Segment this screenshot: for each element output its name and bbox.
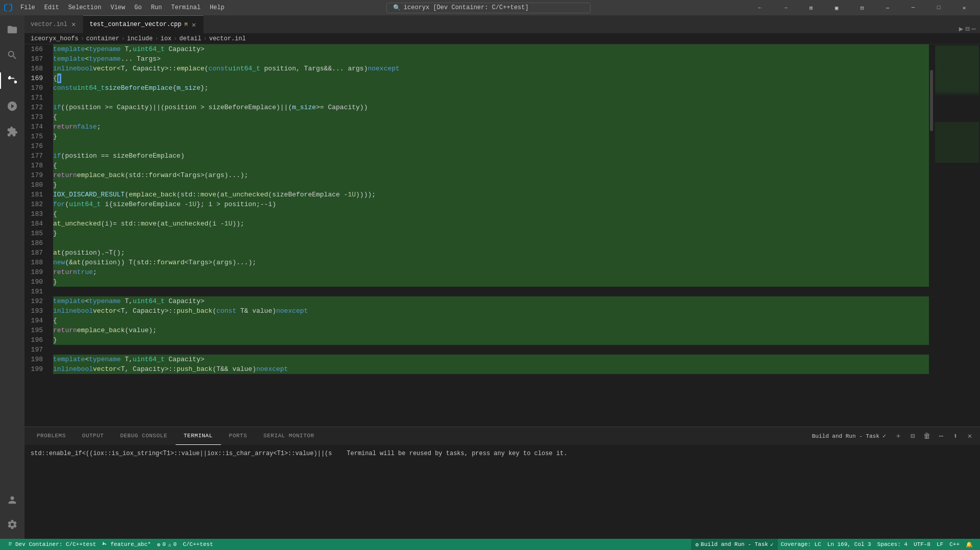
breadcrumb-sep4: › — [174, 35, 177, 42]
activity-search[interactable] — [0, 43, 24, 67]
new-terminal-btn[interactable]: + — [892, 430, 904, 442]
code-line-192: template <typename T, uint64_t Capacity> — [53, 296, 929, 306]
tab-label-test: test_container_vector.cpp — [89, 21, 181, 28]
breadcrumb-container[interactable]: container — [86, 35, 119, 42]
panel-tab-debug-console[interactable]: DEBUG CONSOLE — [112, 427, 175, 445]
tab-label-vector: vector.inl — [31, 21, 67, 28]
status-build-task[interactable]: ⚙ Build and Run - Task ✓ — [691, 539, 777, 550]
split-editor-icon[interactable]: ▣ — [825, 0, 848, 15]
code-line-191 — [53, 287, 929, 296]
ln-173: 173 — [24, 112, 47, 122]
code-line-169: {| — [53, 73, 929, 83]
ln-177: 177 — [24, 151, 47, 161]
bottom-panel: PROBLEMS OUTPUT DEBUG CONSOLE TERMINAL P… — [24, 427, 980, 539]
menu-selection[interactable]: Selection — [64, 3, 106, 12]
status-lang[interactable]: C++ — [946, 539, 963, 550]
terminal-content[interactable]: std::enable_if<((iox::is_iox_string<T1>:… — [24, 445, 980, 539]
code-line-173: { — [53, 112, 929, 122]
activity-settings[interactable] — [0, 512, 24, 537]
breadcrumb-file[interactable]: vector.inl — [209, 35, 246, 42]
panel-more-btn[interactable]: ⋯ — [935, 430, 947, 442]
tab-close-test[interactable]: ✕ — [191, 19, 197, 30]
more-icon[interactable]: ⋯ — [876, 0, 899, 15]
tab-test-container[interactable]: test_container_vector.cpp M ✕ — [83, 15, 203, 33]
warning-icon: ⚠ — [168, 541, 172, 548]
activity-extensions[interactable] — [0, 119, 24, 144]
activity-run-debug[interactable] — [0, 94, 24, 118]
status-encoding[interactable]: UTF-8 — [911, 539, 934, 550]
menu-file[interactable]: File — [16, 3, 39, 12]
command-palette[interactable]: 🔍 iceoryx [Dev Container: C/C++test] — [386, 3, 591, 13]
code-line-187: at(position).~T(); — [53, 248, 929, 258]
panel-close-btn[interactable]: ✕ — [964, 430, 976, 442]
status-spaces[interactable]: Spaces: 4 — [874, 539, 911, 550]
tab-vector-inl[interactable]: vector.inl ✕ — [24, 15, 83, 33]
nav-forward[interactable]: → — [774, 0, 797, 15]
breadcrumb-hoofs[interactable]: iceoryx_hoofs — [31, 35, 79, 42]
status-bar-right: ⚙ Build and Run - Task ✓ Coverage: LC Ln… — [691, 539, 976, 550]
search-text: iceoryx [Dev Container: C/C++test] — [404, 4, 529, 11]
status-coverage[interactable]: Coverage: LC — [778, 539, 824, 550]
code-line-197 — [53, 345, 929, 355]
status-spaces-label: Spaces: 4 — [877, 541, 908, 547]
ln-174: 174 — [24, 122, 47, 132]
nav-back[interactable]: ← — [748, 0, 772, 15]
maximize-button[interactable]: □ — [927, 0, 950, 15]
panel-tab-bar: PROBLEMS OUTPUT DEBUG CONSOLE TERMINAL P… — [24, 427, 980, 445]
menu-edit[interactable]: Edit — [40, 3, 63, 12]
menu-terminal[interactable]: Terminal — [167, 3, 205, 12]
breadcrumb-sep5: › — [204, 35, 207, 42]
layout2-icon[interactable]: ⊟ — [850, 0, 874, 15]
code-line-185: } — [53, 229, 929, 238]
status-notifications[interactable]: 🔔 — [963, 539, 976, 550]
code-line-176 — [53, 141, 929, 151]
menu-run[interactable]: Run — [147, 3, 166, 12]
code-line-194: { — [53, 316, 929, 326]
menu-help[interactable]: Help — [206, 3, 229, 12]
editor-area: vector.inl ✕ test_container_vector.cpp M… — [24, 15, 980, 539]
code-line-184: at_unchecked(i) = std::move(at_unchecked… — [53, 219, 929, 229]
breadcrumb-iox[interactable]: iox — [160, 35, 172, 42]
activity-accounts[interactable] — [0, 488, 24, 512]
minimize-button[interactable]: ─ — [901, 0, 925, 15]
panel-maximize-btn[interactable]: ⬆ — [949, 430, 962, 442]
scrollbar-thumb[interactable] — [930, 70, 933, 131]
panel-tab-problems[interactable]: PROBLEMS — [29, 427, 74, 445]
ln-196: 196 — [24, 335, 47, 345]
editor-scrollbar[interactable] — [929, 44, 934, 427]
status-branch-label: feature_abc* — [110, 541, 151, 547]
split-editor-icon[interactable]: ⊟ — [965, 24, 969, 33]
code-line-186 — [53, 238, 929, 248]
status-remote[interactable]: Dev Container: C/C++test — [4, 539, 99, 550]
status-errors[interactable]: ⊗ 0 ⚠ 0 — [154, 539, 180, 550]
close-button[interactable]: ✕ — [952, 0, 976, 15]
code-editor[interactable]: 166 167 168 169 170 171 172 173 174 175 … — [24, 44, 980, 427]
kill-terminal-btn[interactable]: 🗑 — [921, 430, 933, 442]
code-line-175: } — [53, 132, 929, 141]
run-icon[interactable]: ▶ — [959, 24, 963, 33]
ln-197: 197 — [24, 345, 47, 355]
main-layout: vector.inl ✕ test_container_vector.cpp M… — [0, 15, 980, 539]
menu-go[interactable]: Go — [130, 3, 145, 12]
status-eol[interactable]: LF — [934, 539, 946, 550]
ln-178: 178 — [24, 161, 47, 170]
split-terminal-btn[interactable]: ⊟ — [906, 430, 919, 442]
panel-tab-serial[interactable]: SERIAL MONITOR — [255, 427, 322, 445]
panel-tab-output[interactable]: OUTPUT — [74, 427, 112, 445]
breadcrumb-detail[interactable]: detail — [179, 35, 201, 42]
menu-view[interactable]: View — [106, 3, 129, 12]
status-lang-label: C/C++test — [183, 541, 213, 547]
tab-close-vector[interactable]: ✕ — [70, 19, 77, 30]
layout-icon[interactable]: ⊞ — [799, 0, 823, 15]
more-actions-icon[interactable]: ⋯ — [972, 24, 976, 33]
status-cursor[interactable]: Ln 169, Col 3 — [824, 539, 874, 550]
code-content[interactable]: template <typename T, uint64_t Capacity>… — [51, 44, 929, 427]
activity-explorer[interactable] — [0, 17, 24, 42]
status-errors-count: 0 — [162, 541, 166, 547]
panel-tab-ports[interactable]: PORTS — [221, 427, 256, 445]
panel-tab-terminal[interactable]: TERMINAL — [176, 427, 221, 445]
activity-source-control[interactable] — [0, 68, 24, 93]
status-language-mode[interactable]: C/C++test — [180, 539, 216, 550]
status-branch[interactable]: feature_abc* — [99, 539, 154, 550]
breadcrumb-include[interactable]: include — [127, 35, 153, 42]
